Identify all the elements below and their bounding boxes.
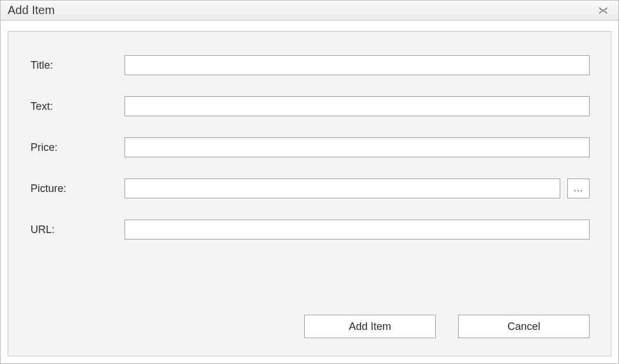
picture-input[interactable]	[125, 178, 560, 198]
price-label: Price:	[29, 141, 125, 154]
price-row: Price:	[29, 137, 590, 157]
url-input[interactable]	[125, 220, 590, 240]
close-button[interactable]	[594, 4, 613, 17]
dialog-title: Add Item	[8, 4, 55, 17]
dialog-body-outer: Title: Text: Price: Picture: ... URL:	[1, 21, 618, 363]
text-input[interactable]	[125, 96, 590, 116]
picture-label: Picture:	[29, 183, 125, 195]
url-label: URL:	[29, 224, 125, 236]
close-icon	[598, 6, 608, 15]
title-bar: Add Item	[1, 1, 618, 21]
price-input[interactable]	[125, 137, 590, 157]
spacer	[29, 261, 590, 315]
title-row: Title:	[29, 55, 590, 75]
browse-button[interactable]: ...	[567, 178, 590, 198]
button-row: Add Item Cancel	[29, 315, 590, 338]
add-item-dialog: Add Item Title: Text: Price:	[0, 0, 619, 364]
form-panel: Title: Text: Price: Picture: ... URL:	[8, 31, 611, 356]
add-item-button[interactable]: Add Item	[304, 315, 436, 338]
url-row: URL:	[29, 220, 590, 240]
cancel-button[interactable]: Cancel	[458, 315, 590, 338]
title-input[interactable]	[125, 55, 590, 75]
picture-row: Picture: ...	[29, 178, 590, 198]
text-label: Text:	[29, 100, 125, 113]
title-label: Title:	[29, 59, 125, 72]
text-row: Text:	[29, 96, 590, 116]
